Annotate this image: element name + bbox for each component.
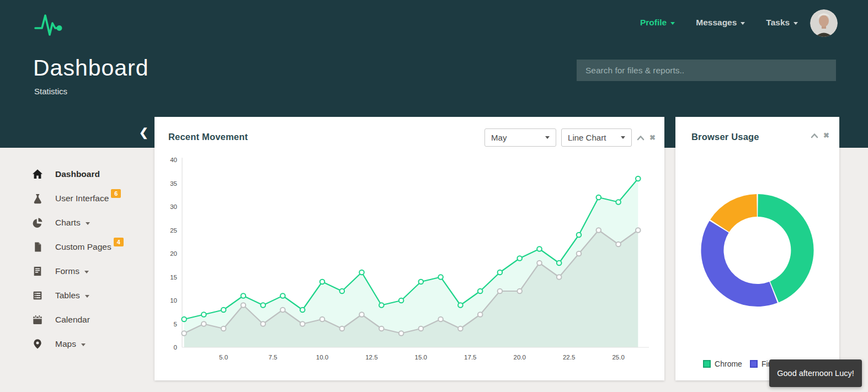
chart-type-select[interactable]: Line Chart <box>561 128 632 147</box>
search-input[interactable] <box>577 60 836 81</box>
chevron-down-icon <box>794 22 798 25</box>
svg-text:15.0: 15.0 <box>415 354 427 361</box>
sidebar-item-calendar[interactable]: Calendar <box>32 308 151 332</box>
collapse-panel-button[interactable] <box>811 132 818 139</box>
sidebar-item-tables[interactable]: Tables <box>32 283 151 308</box>
panel-controls: ✖ <box>811 131 829 139</box>
avatar-photo <box>810 9 838 37</box>
svg-text:17.5: 17.5 <box>464 354 476 361</box>
svg-text:40: 40 <box>170 157 177 163</box>
svg-text:7.5: 7.5 <box>269 354 278 361</box>
forms-icon <box>32 266 43 277</box>
sidebar-item-label: Forms <box>55 266 79 276</box>
legend-item-chrome: Chrome <box>703 359 742 368</box>
pie-chart-icon <box>32 217 43 228</box>
greeting-toast-text: Good afternoon Lucy! <box>777 369 854 378</box>
svg-text:15: 15 <box>170 274 177 281</box>
svg-text:35: 35 <box>170 180 177 187</box>
sidebar: DashboardUser Interface6ChartsCustom Pag… <box>32 162 151 356</box>
sidebar-item-dashboard[interactable]: Dashboard <box>32 162 151 186</box>
svg-text:25.0: 25.0 <box>612 354 624 361</box>
svg-text:20.0: 20.0 <box>514 354 526 361</box>
sidebar-item-custom-pages[interactable]: Custom Pages4 <box>32 235 151 259</box>
svg-text:20: 20 <box>170 250 177 257</box>
home-icon <box>32 169 43 180</box>
donut-chart <box>675 150 839 332</box>
sidebar-collapse-button[interactable]: ❮ <box>139 127 148 138</box>
chevron-up-icon <box>811 132 818 139</box>
pages-icon <box>32 241 43 253</box>
svg-text:25: 25 <box>170 227 177 234</box>
nav-item-tasks[interactable]: Tasks <box>766 18 798 28</box>
avatar[interactable] <box>810 9 838 37</box>
sidebar-item-label: Calendar <box>55 315 90 325</box>
legend-label: Chrome <box>715 359 742 368</box>
flask-icon <box>32 193 43 204</box>
sidebar-item-label: Charts <box>55 218 81 228</box>
chart-type-select-value: Line Chart <box>568 133 606 142</box>
legend-swatch <box>750 360 758 368</box>
notification-badge: 4 <box>114 238 124 246</box>
sidebar-item-label: Tables <box>55 291 80 300</box>
svg-text:5.0: 5.0 <box>219 354 228 361</box>
nav-item-label: Messages <box>696 18 737 28</box>
chevron-up-icon <box>637 135 645 141</box>
close-panel-button[interactable]: ✖ <box>823 131 829 139</box>
chevron-down-icon <box>85 295 89 298</box>
notification-badge: 6 <box>111 189 121 198</box>
month-select-value: May <box>491 133 507 142</box>
panel-title: Recent Movement <box>168 132 248 142</box>
calendar-icon <box>32 314 43 325</box>
sidebar-item-forms[interactable]: Forms <box>32 259 151 283</box>
page-title: Dashboard <box>33 55 149 81</box>
sidebar-item-label: User Interface <box>55 194 109 203</box>
panel-title: Browser Usage <box>691 132 759 142</box>
map-pin-icon <box>32 339 43 350</box>
recent-movement-panel: Recent Movement May Line Chart ✖ 0510152… <box>155 117 664 380</box>
legend-swatch <box>703 360 711 368</box>
chevron-down-icon <box>741 22 745 25</box>
svg-text:0: 0 <box>174 344 177 351</box>
chevron-down-icon <box>621 136 625 139</box>
sidebar-item-label: Dashboard <box>55 169 100 179</box>
nav-item-profile[interactable]: Profile <box>640 18 675 28</box>
svg-text:10: 10 <box>170 297 177 304</box>
month-select[interactable]: May <box>484 128 556 147</box>
tables-icon <box>32 290 43 301</box>
pulse-logo-icon <box>33 9 63 39</box>
chevron-down-icon <box>670 22 675 25</box>
svg-text:22.5: 22.5 <box>563 354 575 361</box>
chevron-down-icon <box>81 343 86 346</box>
svg-text:12.5: 12.5 <box>365 354 377 361</box>
sidebar-item-label: Custom Pages <box>55 242 111 252</box>
browser-usage-panel: Browser Usage ✖ ChromeFirefoxIE <box>675 117 839 380</box>
chevron-down-icon <box>84 271 89 273</box>
line-chart: 05101520253035405.07.510.012.515.017.520… <box>163 152 653 376</box>
svg-text:10.0: 10.0 <box>316 354 328 361</box>
nav-item-label: Profile <box>640 18 667 28</box>
sidebar-item-user-interface[interactable]: User Interface6 <box>32 186 151 211</box>
page-subtitle: Statistics <box>34 87 67 96</box>
collapse-panel-button[interactable] <box>637 135 645 141</box>
chevron-down-icon <box>86 222 90 225</box>
svg-text:5: 5 <box>174 321 177 327</box>
sidebar-item-maps[interactable]: Maps <box>32 332 151 356</box>
sidebar-item-charts[interactable]: Charts <box>32 211 151 235</box>
sidebar-item-label: Maps <box>55 339 76 349</box>
close-panel-button[interactable]: ✖ <box>649 133 656 142</box>
panel-controls: May Line Chart ✖ <box>484 128 656 147</box>
nav-item-label: Tasks <box>766 18 790 28</box>
svg-text:30: 30 <box>170 203 177 210</box>
nav-item-messages[interactable]: Messages <box>696 18 745 28</box>
top-nav: ProfileMessagesTasks <box>640 18 798 28</box>
chevron-down-icon <box>545 136 550 139</box>
greeting-toast: Good afternoon Lucy! <box>769 359 862 387</box>
